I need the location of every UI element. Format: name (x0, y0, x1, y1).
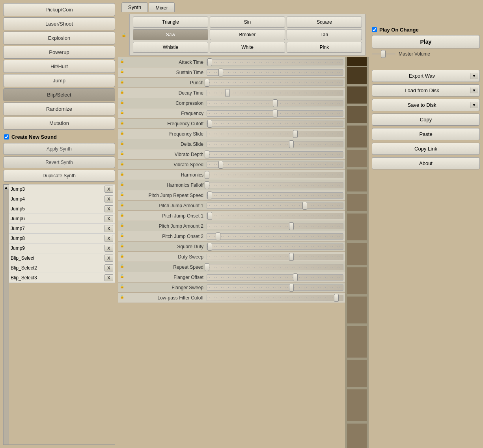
param-lock-duty-sweep[interactable]: 🔓 (120, 254, 126, 260)
param-slider-harmonics-falloff[interactable] (207, 182, 343, 188)
wave-btn-sin[interactable]: Sin (210, 17, 285, 28)
create-new-sound-checkbox[interactable] (4, 134, 9, 139)
param-thumb-pitch-jump-repeat-speed[interactable] (207, 191, 212, 199)
param-lock-square-duty[interactable]: 🔓 (120, 244, 126, 250)
load-from-disk-dropdown[interactable]: ▼ (470, 87, 478, 93)
param-slider-vibrato-speed[interactable] (207, 162, 343, 168)
param-thumb-pitch-jump-amount-2[interactable] (289, 222, 294, 230)
param-lock-vibrato-depth[interactable]: 🔓 (120, 151, 126, 158)
param-thumb-harmonics-falloff[interactable] (205, 181, 209, 189)
tab-synth[interactable]: Synth (121, 2, 148, 12)
param-slider-frequency-cutoff[interactable] (207, 121, 343, 127)
param-lock-punch[interactable]: 🔓 (120, 80, 126, 86)
param-lock-harmonics[interactable]: 🔓 (120, 172, 126, 178)
wave-btn-saw[interactable]: Saw (133, 29, 208, 40)
param-slider-square-duty[interactable] (207, 244, 343, 250)
param-lock-repeat-speed[interactable]: 🔓 (120, 264, 126, 270)
synth-delete-button[interactable]: X (104, 264, 113, 271)
preset-btn-mutation[interactable]: Mutation (3, 117, 115, 130)
param-thumb-compression[interactable] (273, 99, 278, 107)
param-lock-frequency[interactable]: 🔓 (120, 110, 126, 117)
param-thumb-punch[interactable] (205, 79, 209, 87)
param-slider-frequency-slide[interactable] (207, 131, 343, 137)
param-slider-pitch-jump-amount-2[interactable] (207, 223, 343, 229)
param-lock-flanger-offset[interactable]: 🔓 (120, 274, 126, 281)
tab-mixer[interactable]: Mixer (149, 2, 175, 12)
preset-btn-blip-select[interactable]: Blip/Select (3, 88, 115, 101)
param-lock-attack-time[interactable]: 🔓 (120, 59, 126, 65)
synth-delete-button[interactable]: X (104, 235, 113, 242)
export-wav-dropdown[interactable]: ▼ (470, 73, 478, 79)
paste-button[interactable]: Paste (372, 128, 480, 140)
duplicate-synth-button[interactable]: Duplicate Synth (3, 170, 115, 182)
param-lock-pitch-jump-onset-1[interactable]: 🔓 (120, 213, 126, 219)
wave-btn-triangle[interactable]: Triangle (133, 17, 208, 28)
synth-delete-button[interactable]: X (104, 215, 113, 222)
synth-delete-button[interactable]: X (104, 195, 113, 203)
param-thumb-square-duty[interactable] (207, 243, 212, 251)
param-thumb-pitch-jump-amount-1[interactable] (302, 202, 307, 210)
param-thumb-frequency[interactable] (273, 110, 278, 117)
param-slider-sustain-time[interactable] (207, 69, 343, 76)
preset-btn-jump[interactable]: Jump (3, 74, 115, 87)
param-lock-compression[interactable]: 🔓 (120, 100, 126, 106)
param-thumb-flanger-sweep[interactable] (289, 284, 294, 292)
param-slider-pitch-jump-amount-1[interactable] (207, 203, 343, 209)
wave-btn-pink[interactable]: Pink (287, 42, 362, 53)
preset-btn-randomize[interactable]: Randomize (3, 102, 115, 115)
param-slider-attack-time[interactable] (207, 59, 343, 65)
param-slider-duty-sweep[interactable] (207, 254, 343, 260)
param-thumb-pitch-jump-onset-2[interactable] (216, 232, 220, 240)
preset-btn-laser-shoot[interactable]: Laser/Shoot (3, 17, 115, 30)
synth-delete-button[interactable]: X (104, 274, 113, 281)
preset-btn-explosion[interactable]: Explosion (3, 32, 115, 45)
param-thumb-harmonics[interactable] (205, 171, 209, 179)
wave-btn-square[interactable]: Square (287, 17, 362, 28)
preset-btn-hit-hurt[interactable]: Hit/Hurt (3, 60, 115, 73)
param-thumb-frequency-slide[interactable] (293, 130, 298, 138)
preset-btn-powerup[interactable]: Powerup (3, 46, 115, 59)
about-button[interactable]: About (372, 157, 480, 169)
param-lock-decay-time[interactable]: 🔓 (120, 90, 126, 96)
param-slider-frequency[interactable] (207, 110, 343, 117)
param-slider-pitch-jump-repeat-speed[interactable] (207, 192, 343, 199)
wave-btn-whistle[interactable]: Whistle (133, 42, 208, 53)
param-lock-pitch-jump-amount-1[interactable]: 🔓 (120, 203, 126, 209)
param-thumb-attack-time[interactable] (207, 58, 212, 66)
wave-btn-breaker[interactable]: Breaker (210, 29, 285, 40)
synth-list-scroll-up[interactable]: ▲ (4, 184, 9, 190)
param-lock-low-pass-filter-cutoff[interactable]: 🔓 (120, 295, 126, 301)
param-thumb-frequency-cutoff[interactable] (207, 120, 212, 128)
param-thumb-decay-time[interactable] (225, 89, 230, 97)
play-button[interactable]: Play (372, 35, 480, 48)
param-slider-punch[interactable] (207, 80, 343, 86)
copy-button[interactable]: Copy (372, 113, 480, 126)
param-slider-compression[interactable] (207, 100, 343, 106)
wave-btn-tan[interactable]: Tan (287, 29, 362, 40)
param-lock-harmonics-falloff[interactable]: 🔓 (120, 182, 126, 188)
play-on-change-checkbox[interactable] (372, 27, 377, 32)
param-lock-delta-slide[interactable]: 🔓 (120, 141, 126, 147)
param-slider-low-pass-filter-cutoff[interactable] (207, 295, 343, 301)
revert-synth-button[interactable]: Revert Synth (3, 156, 115, 168)
param-thumb-low-pass-filter-cutoff[interactable] (334, 294, 339, 302)
synth-delete-button[interactable]: X (104, 245, 113, 252)
param-lock-frequency-cutoff[interactable]: 🔓 (120, 121, 126, 127)
param-slider-harmonics[interactable] (207, 172, 343, 178)
param-slider-pitch-jump-onset-2[interactable] (207, 233, 343, 240)
param-lock-sustain-time[interactable]: 🔓 (120, 69, 126, 76)
param-lock-pitch-jump-onset-2[interactable]: 🔓 (120, 233, 126, 240)
param-slider-decay-time[interactable] (207, 90, 343, 96)
param-lock-flanger-sweep[interactable]: 🔓 (120, 284, 126, 291)
param-thumb-flanger-offset[interactable] (293, 273, 298, 281)
synth-delete-button[interactable]: X (104, 225, 113, 232)
preset-btn-pickup-coin[interactable]: Pickup/Coin (3, 3, 115, 16)
param-thumb-delta-slide[interactable] (289, 140, 294, 148)
param-thumb-duty-sweep[interactable] (289, 253, 294, 261)
apply-synth-button[interactable]: Apply Synth (3, 143, 115, 155)
param-thumb-repeat-speed[interactable] (205, 263, 209, 271)
master-volume-slider[interactable] (372, 51, 395, 57)
param-lock-frequency-slide[interactable]: 🔓 (120, 131, 126, 137)
synth-delete-button[interactable]: X (104, 186, 113, 193)
param-slider-delta-slide[interactable] (207, 141, 343, 147)
